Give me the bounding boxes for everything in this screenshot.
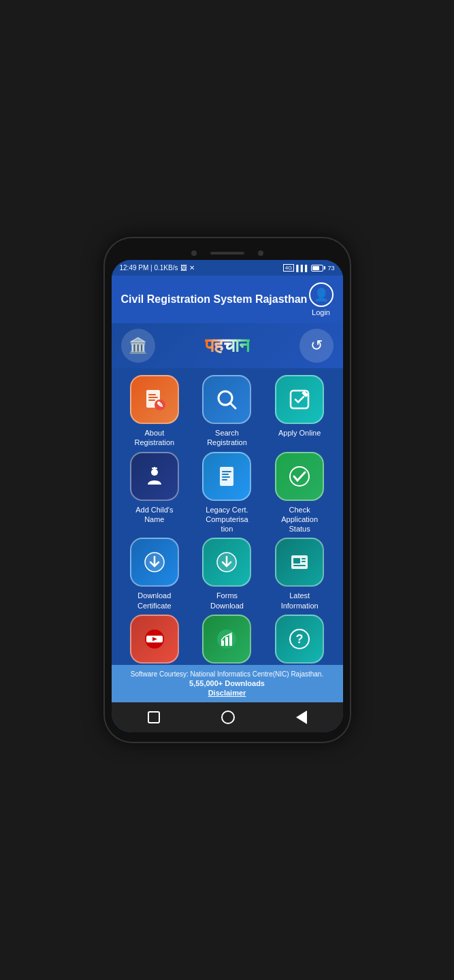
video-gallery-item[interactable]: VideoGallery xyxy=(120,615,189,665)
status-icons: 🖼 ✕ xyxy=(180,264,195,272)
speaker-bar xyxy=(210,252,244,255)
status-time: 12:49 PM | 0.1KB/s xyxy=(120,264,178,272)
footer-courtesy: Software Courtesy: National Informatics … xyxy=(117,670,338,678)
nav-triangle-icon xyxy=(296,710,307,724)
nav-recents-button[interactable] xyxy=(285,708,318,727)
svg-rect-31 xyxy=(229,634,232,646)
app-header: Civil Registration System Rajasthan 👤 Lo… xyxy=(112,276,343,323)
phone-shell: 12:49 PM | 0.1KB/s 🖼 ✕ 4G ▌▌▌ 73 Civil R… xyxy=(105,238,350,742)
footer-downloads: 5,55,000+ Downloads xyxy=(117,679,338,687)
search-registration-item[interactable]: SearchRegistration xyxy=(193,375,261,448)
svg-rect-14 xyxy=(222,474,229,475)
banner-center: पहचान xyxy=(155,335,299,357)
legacy-cert-item[interactable]: Legacy Cert.Computerisation xyxy=(193,452,261,534)
svg-rect-24 xyxy=(293,565,306,566)
svg-rect-22 xyxy=(302,558,306,559)
forms-download-item[interactable]: FormsDownload xyxy=(193,538,261,610)
svg-rect-16 xyxy=(222,479,227,480)
svg-rect-3 xyxy=(148,399,155,401)
banner: 🏛️ पहचान ↺ xyxy=(112,323,343,368)
search-registration-icon xyxy=(202,375,251,424)
login-label: Login xyxy=(312,308,330,316)
latest-information-item[interactable]: LatestInformation xyxy=(265,538,334,610)
svg-rect-23 xyxy=(302,561,306,562)
camera-notch xyxy=(112,248,343,260)
login-icon: 👤 xyxy=(309,282,334,307)
download-certificate-item[interactable]: DownloadCertificate xyxy=(120,538,189,610)
legacy-cert-label: Legacy Cert.Computerisation xyxy=(206,505,248,534)
check-application-status-icon xyxy=(275,452,324,501)
phone-screen: 12:49 PM | 0.1KB/s 🖼 ✕ 4G ▌▌▌ 73 Civil R… xyxy=(112,260,343,732)
about-registration-label: AboutRegistration xyxy=(134,428,174,448)
add-childs-name-item[interactable]: Add Child'sName xyxy=(120,452,189,534)
grid-row-4: VideoGallery GraphicalAnalysis xyxy=(118,615,336,665)
download-certificate-icon xyxy=(130,538,179,587)
forms-download-icon xyxy=(202,538,251,587)
svg-rect-1 xyxy=(148,394,156,395)
svg-point-17 xyxy=(290,467,309,486)
graphical-analysis-icon xyxy=(202,615,251,664)
nav-home-button[interactable] xyxy=(210,708,246,727)
faq-item[interactable]: ? FAQ xyxy=(265,615,334,665)
about-registration-item[interactable]: ✎ AboutRegistration xyxy=(120,375,189,448)
camera-dot-2 xyxy=(258,250,263,256)
check-application-status-label: CheckApplicationStatus xyxy=(281,505,318,534)
check-application-status-item[interactable]: CheckApplicationStatus xyxy=(265,452,334,534)
apply-online-item[interactable]: Apply Online xyxy=(265,375,334,448)
svg-rect-30 xyxy=(225,637,228,646)
banner-hindi-text: पहचान xyxy=(205,335,250,357)
legacy-cert-icon xyxy=(202,452,251,501)
svg-line-7 xyxy=(230,403,236,408)
svg-rect-15 xyxy=(222,476,230,478)
nav-bar xyxy=(112,702,343,732)
svg-text:✎: ✎ xyxy=(157,400,163,410)
status-right: 4G ▌▌▌ 73 xyxy=(283,264,335,272)
video-gallery-icon xyxy=(130,615,179,664)
svg-rect-2 xyxy=(148,397,158,398)
grid-row-1: ✎ AboutRegistration SearchRegistration xyxy=(118,375,336,448)
nav-square-icon xyxy=(148,711,160,723)
faq-icon: ? xyxy=(275,615,324,664)
apply-online-label: Apply Online xyxy=(278,428,321,438)
login-button[interactable]: 👤 Login xyxy=(309,282,334,316)
add-childs-name-label: Add Child'sName xyxy=(135,505,173,525)
battery-icon xyxy=(311,265,325,272)
svg-rect-21 xyxy=(293,558,300,564)
status-left: 12:49 PM | 0.1KB/s 🖼 ✕ xyxy=(120,264,195,272)
apply-online-icon xyxy=(275,375,324,424)
footer: Software Courtesy: National Informatics … xyxy=(112,665,343,702)
grid-row-2: Add Child'sName Legacy Cert.Computerisat… xyxy=(118,452,336,534)
nav-circle-icon xyxy=(221,710,235,724)
battery-percent: 73 xyxy=(327,265,334,272)
about-registration-icon: ✎ xyxy=(130,375,179,424)
svg-text:?: ? xyxy=(296,632,304,646)
nav-back-button[interactable] xyxy=(137,708,171,726)
forms-download-label: FormsDownload xyxy=(210,591,244,610)
emblem-icon: 🏛️ xyxy=(121,329,155,363)
refresh-icon[interactable]: ↺ xyxy=(299,329,334,363)
latest-information-icon xyxy=(275,538,324,587)
add-childs-name-icon xyxy=(130,452,179,501)
latest-information-label: LatestInformation xyxy=(281,591,319,610)
svg-rect-13 xyxy=(222,471,231,472)
signal-icon: ▌▌▌ xyxy=(296,265,309,272)
grid-container: ✎ AboutRegistration SearchRegistration xyxy=(112,368,343,665)
svg-rect-29 xyxy=(221,640,224,646)
status-bar: 12:49 PM | 0.1KB/s 🖼 ✕ 4G ▌▌▌ 73 xyxy=(112,260,343,276)
svg-point-9 xyxy=(151,469,158,476)
network-badge: 4G xyxy=(283,264,295,272)
download-certificate-label: DownloadCertificate xyxy=(137,591,172,610)
search-registration-label: SearchRegistration xyxy=(207,428,247,448)
graphical-analysis-item[interactable]: GraphicalAnalysis xyxy=(193,615,261,665)
grid-row-3: DownloadCertificate FormsDownload xyxy=(118,538,336,610)
camera-dot xyxy=(191,250,197,256)
app-title: Civil Registration System Rajasthan xyxy=(121,293,308,306)
disclaimer-link[interactable]: Disclaimer xyxy=(117,689,338,697)
